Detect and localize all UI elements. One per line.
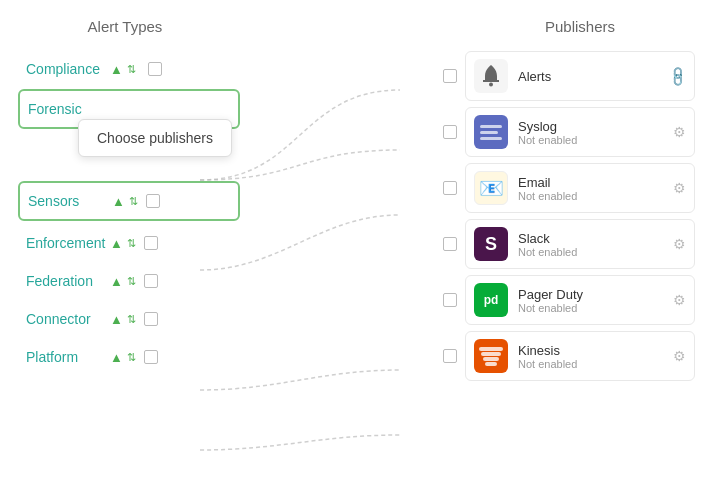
slack-icon: S [474,227,508,261]
gear-icon-kinesis[interactable]: ⚙ [673,348,686,364]
bell-icon-federation: ▲ [110,274,123,289]
alerts-info: Alerts [518,69,665,84]
connector-icons: ▲ ⇅ [110,312,136,327]
sort-icon-platform: ⇅ [127,351,136,364]
syslog-checkbox[interactable] [443,125,457,139]
sort-icon-enforcement: ⇅ [127,237,136,250]
sensors-checkbox[interactable] [146,194,160,208]
alert-row-sensors: Sensors ▲ ⇅ [18,181,240,221]
compliance-icons: ▲ ⇅ [110,62,136,77]
sort-icon: ⇅ [127,63,136,76]
choose-publishers-tooltip: Choose publishers [78,119,232,157]
alerts-name: Alerts [518,69,665,84]
svg-point-0 [489,83,493,87]
compliance-label: Compliance [26,61,106,77]
bell-icon: ▲ [110,62,123,77]
email-status: Not enabled [518,190,669,202]
gear-icon-slack[interactable]: ⚙ [673,236,686,252]
sort-icon-sensors: ⇅ [129,195,138,208]
publisher-row-syslog: Syslog Not enabled ⚙ [465,107,695,157]
syslog-info: Syslog Not enabled [518,119,669,146]
bell-icon-sensors: ▲ [112,194,125,209]
federation-icons: ▲ ⇅ [110,274,136,289]
alert-row-platform: Platform ▲ ⇅ [18,339,240,375]
left-col-header: Alert Types [10,10,240,51]
email-icon: 📧 [474,171,508,205]
gear-icon-syslog[interactable]: ⚙ [673,124,686,140]
bell-icon-enforcement: ▲ [110,236,123,251]
alert-row-connector: Connector ▲ ⇅ [18,301,240,337]
email-info: Email Not enabled [518,175,669,202]
slack-checkbox[interactable] [443,237,457,251]
right-col-header: Publishers [465,10,695,51]
alerts-checkbox[interactable] [443,69,457,83]
syslog-name: Syslog [518,119,669,134]
sensors-label: Sensors [28,193,108,209]
connector-label: Connector [26,311,106,327]
gear-icon-email[interactable]: ⚙ [673,180,686,196]
bell-icon-connector: ▲ [110,312,123,327]
email-checkbox[interactable] [443,181,457,195]
compliance-checkbox[interactable] [148,62,162,76]
email-name: Email [518,175,669,190]
publisher-row-kinesis: Kinesis Not enabled ⚙ [465,331,695,381]
connector-checkbox[interactable] [144,312,158,326]
kinesis-name: Kinesis [518,343,669,358]
slack-status: Not enabled [518,246,669,258]
link-icon-alerts[interactable]: 🔗 [666,64,689,87]
pagerduty-checkbox[interactable] [443,293,457,307]
kinesis-info: Kinesis Not enabled [518,343,669,370]
pagerduty-info: Pager Duty Not enabled [518,287,669,314]
forensic-label: Forensic [28,101,108,117]
enforcement-icons: ▲ ⇅ [110,236,136,251]
federation-label: Federation [26,273,106,289]
slack-info: Slack Not enabled [518,231,669,258]
main-layout: Alert Types Compliance ▲ ⇅ Forensic Choo… [0,0,705,502]
enforcement-label: Enforcement [26,235,106,251]
sensors-icons: ▲ ⇅ [112,194,138,209]
publisher-row-pagerduty: pd Pager Duty Not enabled ⚙ [465,275,695,325]
publisher-row-slack: S Slack Not enabled ⚙ [465,219,695,269]
pagerduty-status: Not enabled [518,302,669,314]
alert-row-federation: Federation ▲ ⇅ [18,263,240,299]
syslog-status: Not enabled [518,134,669,146]
slack-name: Slack [518,231,669,246]
enforcement-checkbox[interactable] [144,236,158,250]
platform-checkbox[interactable] [144,350,158,364]
syslog-icon [474,115,508,149]
platform-label: Platform [26,349,106,365]
alert-row-enforcement: Enforcement ▲ ⇅ [18,225,240,261]
publisher-row-email: 📧 Email Not enabled ⚙ [465,163,695,213]
sort-icon-connector: ⇅ [127,313,136,326]
alert-row-compliance: Compliance ▲ ⇅ [18,51,240,87]
platform-icons: ▲ ⇅ [110,350,136,365]
pagerduty-name: Pager Duty [518,287,669,302]
publisher-row-alerts: Alerts 🔗 [465,51,695,101]
pagerduty-icon: pd [474,283,508,317]
kinesis-checkbox[interactable] [443,349,457,363]
sort-icon-federation: ⇅ [127,275,136,288]
gear-icon-pagerduty[interactable]: ⚙ [673,292,686,308]
alert-types-column: Alert Types Compliance ▲ ⇅ Forensic Choo… [0,0,240,502]
federation-checkbox[interactable] [144,274,158,288]
kinesis-icon [474,339,508,373]
alerts-icon [474,59,508,93]
kinesis-status: Not enabled [518,358,669,370]
bell-icon-platform: ▲ [110,350,123,365]
publishers-column: Publishers Alerts 🔗 [465,0,705,397]
